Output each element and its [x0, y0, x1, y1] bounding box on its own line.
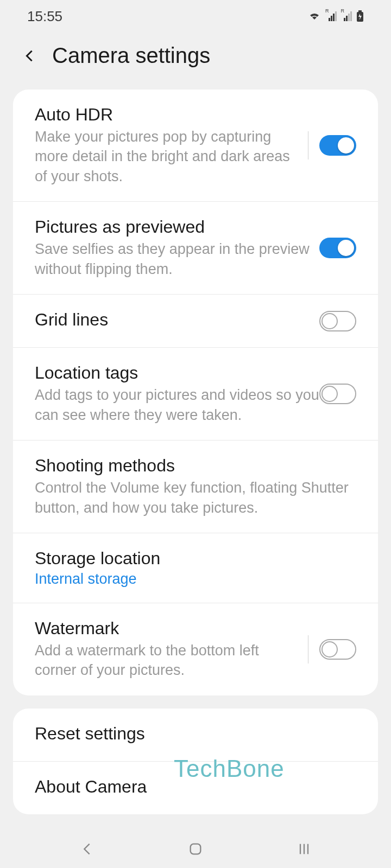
- page-title: Camera settings: [52, 43, 210, 68]
- setting-title: Auto HDR: [35, 105, 297, 125]
- signal-icon-2: R: [341, 11, 352, 21]
- setting-title: Pictures as previewed: [35, 217, 319, 237]
- nav-recents-icon[interactable]: [293, 838, 315, 860]
- setting-reset[interactable]: Reset settings: [13, 709, 378, 762]
- setting-title: Watermark: [35, 618, 297, 639]
- setting-watermark[interactable]: Watermark Add a watermark to the bottom …: [13, 603, 378, 695]
- setting-title: Reset settings: [35, 724, 356, 744]
- toggle-pictures-previewed[interactable]: [319, 238, 356, 258]
- setting-grid-lines[interactable]: Grid lines: [13, 295, 378, 348]
- nav-home-icon[interactable]: [185, 838, 206, 860]
- toggle-auto-hdr[interactable]: [319, 135, 356, 156]
- header: Camera settings: [0, 33, 391, 90]
- techbone-watermark: TechBone: [174, 755, 285, 782]
- navigation-bar: [0, 830, 391, 868]
- svg-rect-2: [191, 844, 201, 854]
- settings-card-main: Auto HDR Make your pictures pop by captu…: [13, 90, 378, 695]
- setting-desc: Save selfies as they appear in the previ…: [35, 239, 319, 279]
- setting-title: Location tags: [35, 363, 319, 383]
- toggle-watermark[interactable]: [319, 639, 356, 660]
- setting-shooting-methods[interactable]: Shooting methods Control the Volume key …: [13, 441, 378, 533]
- setting-desc: Make your pictures pop by capturing more…: [35, 127, 297, 186]
- setting-desc: Add tags to your pictures and videos so …: [35, 385, 319, 425]
- svg-rect-1: [358, 10, 362, 12]
- wifi-icon: [308, 11, 321, 22]
- divider: [308, 635, 308, 663]
- setting-value: Internal storage: [35, 571, 356, 588]
- divider: [308, 131, 308, 159]
- setting-title: Shooting methods: [35, 456, 356, 476]
- setting-pictures-previewed[interactable]: Pictures as previewed Save selfies as th…: [13, 202, 378, 295]
- setting-desc: Add a watermark to the bottom left corne…: [35, 641, 297, 680]
- setting-auto-hdr[interactable]: Auto HDR Make your pictures pop by captu…: [13, 90, 378, 202]
- setting-desc: Control the Volume key function, floatin…: [35, 478, 356, 518]
- setting-title: Grid lines: [35, 310, 319, 330]
- status-bar: 15:55 R R: [0, 0, 391, 33]
- toggle-location-tags[interactable]: [319, 384, 356, 404]
- battery-charging-icon: [356, 10, 364, 22]
- signal-icon-1: R: [325, 11, 337, 21]
- status-icons: R R: [308, 10, 364, 22]
- setting-storage-location[interactable]: Storage location Internal storage: [13, 533, 378, 603]
- nav-back-icon[interactable]: [76, 838, 98, 860]
- setting-title: Storage location: [35, 548, 356, 569]
- toggle-grid-lines[interactable]: [319, 311, 356, 331]
- setting-location-tags[interactable]: Location tags Add tags to your pictures …: [13, 348, 378, 441]
- back-icon[interactable]: [22, 48, 37, 63]
- status-time: 15:55: [27, 8, 62, 25]
